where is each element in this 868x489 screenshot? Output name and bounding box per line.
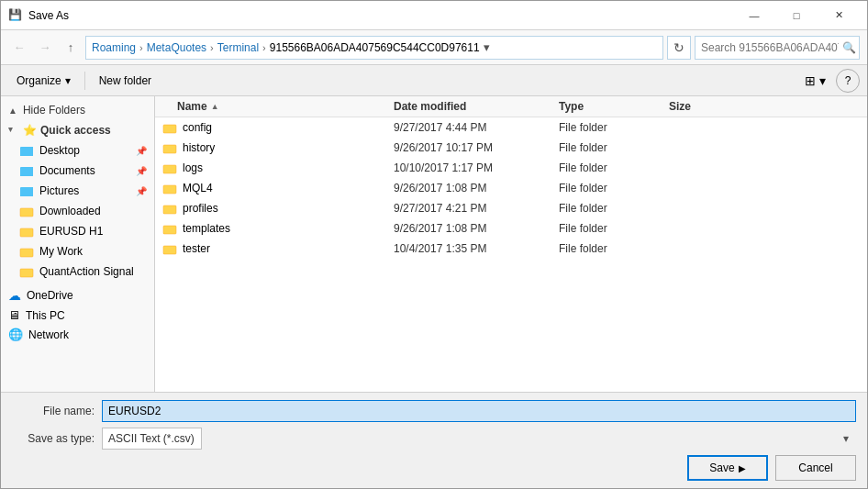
filename-row: File name: (12, 400, 856, 422)
file-name-cell: logs (155, 161, 394, 175)
folder-icon (162, 181, 177, 195)
sidebar-item-documents[interactable]: Documents 📌 (1, 161, 154, 181)
window-icon: 💾 (8, 8, 23, 23)
file-name: tester (183, 242, 210, 255)
file-name-cell: tester (155, 241, 394, 256)
organize-label: Organize (17, 74, 61, 87)
save-arrow-icon: ▶ (739, 463, 746, 473)
sidebar-item-eurusd[interactable]: EURUSD H1 (1, 221, 154, 241)
hide-folders-toggle[interactable]: ▲ Hide Folders (1, 100, 154, 120)
forward-button[interactable]: → (34, 37, 56, 59)
sidebar-item-label: Network (28, 328, 69, 341)
thispc-icon: 🖥 (8, 308, 20, 322)
save-button[interactable]: Save ▶ (687, 455, 768, 481)
help-button[interactable]: ? (836, 69, 860, 93)
hide-folders-chevron: ▲ (8, 106, 17, 116)
column-date-label: Date modified (394, 100, 466, 113)
column-type[interactable]: Type (559, 100, 669, 113)
column-size[interactable]: Size (669, 100, 742, 113)
view-button[interactable]: ⊞ ▾ (796, 69, 834, 93)
search-box[interactable]: 🔍 (695, 36, 860, 60)
svg-rect-5 (20, 228, 33, 237)
up-button[interactable]: ↑ (60, 37, 82, 59)
table-row[interactable]: tester 10/4/2017 1:35 PM File folder (155, 239, 867, 259)
table-row[interactable]: history 9/26/2017 10:17 PM File folder (155, 138, 867, 158)
sidebar-item-mywork[interactable]: My Work (1, 241, 154, 261)
sidebar-item-pictures[interactable]: Pictures 📌 (1, 181, 154, 201)
back-button[interactable]: ← (8, 37, 30, 59)
maximize-button[interactable]: □ (775, 1, 818, 30)
pin-icon: 📌 (136, 146, 147, 156)
table-row[interactable]: logs 10/10/2017 1:17 PM File folder (155, 158, 867, 178)
column-name[interactable]: Name ▲ (155, 100, 394, 113)
table-row[interactable]: profiles 9/27/2017 4:21 PM File folder (155, 198, 867, 218)
folder-icon (162, 140, 177, 155)
folder-icon (19, 264, 34, 279)
organize-button[interactable]: Organize ▾ (8, 69, 79, 93)
new-folder-button[interactable]: New folder (91, 69, 160, 93)
toolbar: Organize ▾ New folder ⊞ ▾ ? (1, 65, 867, 96)
savetype-label: Save as type: (12, 432, 95, 445)
breadcrumb-path: Roaming › MetaQuotes › Terminal › 915566… (92, 41, 480, 54)
address-bar: ← → ↑ Roaming › MetaQuotes › Terminal › … (1, 30, 867, 65)
sidebar-item-thispc[interactable]: 🖥 This PC (1, 306, 154, 325)
column-size-label: Size (669, 100, 691, 113)
column-type-label: Type (559, 100, 584, 113)
folder-icon (19, 244, 34, 259)
table-row[interactable]: config 9/27/2017 4:44 PM File folder (155, 117, 867, 138)
view-icon: ⊞ (805, 73, 816, 88)
cancel-label: Cancel (798, 461, 832, 474)
file-date-cell: 10/10/2017 1:17 PM (394, 161, 559, 174)
column-date[interactable]: Date modified (394, 100, 559, 113)
table-row[interactable]: templates 9/26/2017 1:08 PM File folder (155, 218, 867, 239)
file-date-cell: 9/26/2017 1:08 PM (394, 182, 559, 194)
breadcrumb-metaquotes[interactable]: MetaQuotes (147, 41, 206, 54)
sidebar: ▲ Hide Folders ▾ ⭐ Quick access Desktop (1, 96, 155, 392)
file-rows-container: config 9/27/2017 4:44 PM File folder his… (155, 117, 867, 259)
sort-arrow: ▲ (211, 102, 219, 111)
file-type-cell: File folder (559, 141, 669, 154)
sidebar-item-label: This PC (26, 309, 65, 322)
pin-icon: 📌 (136, 166, 147, 176)
breadcrumb-dropdown-button[interactable]: ▾ (480, 36, 495, 60)
sidebar-item-label: My Work (39, 245, 83, 258)
sidebar-item-network[interactable]: 🌐 Network (1, 325, 154, 344)
column-name-label: Name (177, 100, 207, 113)
close-button[interactable]: ✕ (818, 1, 860, 30)
file-name: profiles (183, 202, 218, 215)
file-name: logs (183, 161, 203, 174)
minimize-button[interactable]: — (733, 1, 775, 30)
bottom-bar: File name: Save as type: ASCII Text (*.c… (1, 392, 867, 488)
file-date-cell: 9/27/2017 4:44 PM (394, 121, 559, 134)
table-row[interactable]: MQL4 9/26/2017 1:08 PM File folder (155, 178, 867, 198)
view-arrow: ▾ (819, 73, 826, 88)
sidebar-item-quantaction[interactable]: QuantAction Signal (1, 261, 154, 282)
file-type-cell: File folder (559, 182, 669, 194)
refresh-button[interactable]: ↻ (667, 36, 691, 60)
sidebar-item-downloaded[interactable]: Downloaded (1, 201, 154, 221)
file-name: templates (183, 222, 230, 235)
file-name: config (183, 121, 212, 134)
window-title: Save As (28, 9, 733, 22)
quick-access-arrow: ▾ (8, 125, 19, 136)
help-icon: ? (845, 74, 851, 87)
pin-icon: 📌 (136, 186, 147, 196)
breadcrumb-roaming[interactable]: Roaming (92, 41, 136, 54)
savetype-select[interactable]: ASCII Text (*.csv) (102, 428, 202, 450)
toolbar-separator (84, 72, 85, 90)
search-input[interactable] (701, 41, 839, 54)
sidebar-item-onedrive[interactable]: ☁ OneDrive (1, 285, 154, 306)
sidebar-item-label: Documents (39, 164, 95, 177)
breadcrumb[interactable]: Roaming › MetaQuotes › Terminal › 915566… (85, 36, 663, 60)
filename-input[interactable] (102, 400, 856, 422)
folder-icon (19, 224, 34, 239)
sidebar-item-desktop[interactable]: Desktop 📌 (1, 140, 154, 161)
quick-access-header[interactable]: ▾ ⭐ Quick access (1, 120, 154, 140)
savetype-wrapper: ASCII Text (*.csv) (102, 428, 856, 450)
file-list: Name ▲ Date modified Type Size (155, 96, 867, 392)
svg-rect-9 (20, 269, 33, 277)
cancel-button[interactable]: Cancel (775, 455, 856, 481)
breadcrumb-terminal[interactable]: Terminal (217, 41, 259, 54)
file-name-cell: MQL4 (155, 181, 394, 195)
search-icon: 🔍 (842, 41, 856, 54)
